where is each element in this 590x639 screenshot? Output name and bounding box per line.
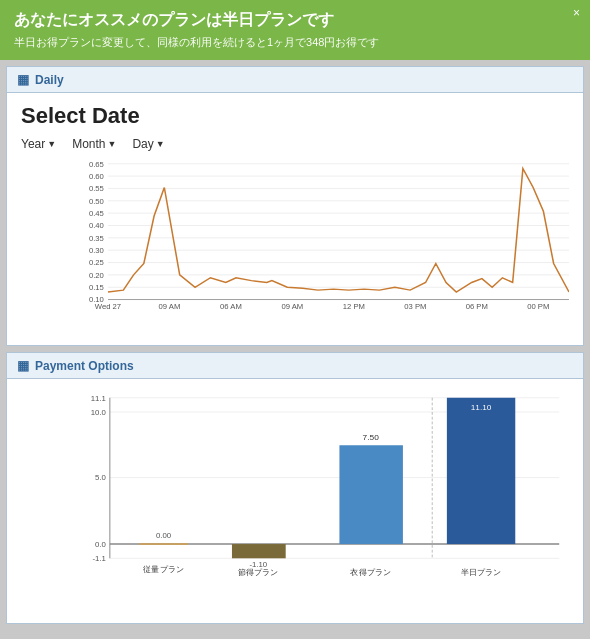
svg-text:0.20: 0.20 — [89, 271, 104, 280]
svg-text:Wed 27: Wed 27 — [95, 302, 121, 311]
svg-text:06 AM: 06 AM — [220, 302, 242, 311]
svg-text:7.50: 7.50 — [363, 433, 380, 442]
bar-setsutoku — [232, 544, 286, 558]
svg-text:-1.10: -1.10 — [249, 560, 267, 569]
svg-text:03 PM: 03 PM — [404, 302, 426, 311]
year-arrow: ▼ — [47, 139, 56, 149]
bar-chart-svg: 11.1 10.0 5.0 0.0 -1.1 0.00 従量プラン — [61, 393, 569, 583]
banner-subtitle: 半日お得プランに変更して、同様の利用を続けると1ヶ月で348円お得です — [14, 35, 576, 50]
svg-text:0.30: 0.30 — [89, 246, 104, 255]
day-label: Day — [132, 137, 153, 151]
svg-text:0.25: 0.25 — [89, 259, 104, 268]
svg-text:節得プラン: 節得プラン — [238, 568, 279, 577]
payment-panel-title: Payment Options — [35, 359, 134, 373]
svg-text:0.0: 0.0 — [95, 540, 106, 549]
bar-juryou — [139, 543, 188, 545]
banner-title: あなたにオススメのプランは半日プランです — [14, 10, 576, 31]
month-label: Month — [72, 137, 105, 151]
svg-text:半日プラン: 半日プラン — [461, 568, 502, 577]
svg-text:従量プラン: 従量プラン — [143, 565, 184, 574]
close-icon[interactable]: × — [573, 6, 580, 20]
select-date-title: Select Date — [21, 103, 569, 129]
svg-text:09 AM: 09 AM — [159, 302, 181, 311]
daily-panel-title: Daily — [35, 73, 64, 87]
day-arrow: ▼ — [156, 139, 165, 149]
date-selectors: Year ▼ Month ▼ Day ▼ — [21, 137, 569, 151]
svg-text:衣得プラン: 衣得プラン — [350, 568, 391, 577]
chart-icon: ▦ — [17, 72, 29, 87]
payment-chart-icon: ▦ — [17, 358, 29, 373]
svg-text:0.00: 0.00 — [156, 531, 171, 540]
svg-text:0.60: 0.60 — [89, 172, 104, 181]
svg-text:11.10: 11.10 — [471, 403, 492, 412]
year-label: Year — [21, 137, 45, 151]
payment-panel-header: ▦ Payment Options — [7, 353, 583, 379]
bar-ikutoku — [339, 445, 403, 544]
svg-text:0.45: 0.45 — [89, 209, 104, 218]
svg-text:0.15: 0.15 — [89, 283, 104, 292]
year-selector[interactable]: Year ▼ — [21, 137, 56, 151]
payment-panel: ▦ Payment Options 11.1 10.0 5.0 0.0 — [6, 352, 584, 624]
svg-text:0.65: 0.65 — [89, 160, 104, 169]
svg-text:0.35: 0.35 — [89, 234, 104, 243]
daily-panel: ▦ Daily Select Date Year ▼ Month ▼ Day ▼… — [6, 66, 584, 346]
svg-text:11.1: 11.1 — [91, 394, 106, 403]
svg-text:0.55: 0.55 — [89, 185, 104, 194]
bar-chart-area: 11.1 10.0 5.0 0.0 -1.1 0.00 従量プラン — [21, 393, 569, 613]
svg-text:06 PM: 06 PM — [466, 302, 488, 311]
svg-text:00 PM: 00 PM — [527, 302, 549, 311]
line-chart-area: Electric Power Consumption (kWh) 0.65 0.… — [21, 159, 569, 339]
svg-text:10.0: 10.0 — [91, 408, 106, 417]
svg-text:5.0: 5.0 — [95, 473, 106, 482]
month-arrow: ▼ — [108, 139, 117, 149]
svg-text:-1.1: -1.1 — [93, 554, 106, 563]
daily-panel-header: ▦ Daily — [7, 67, 583, 93]
line-chart-svg: Electric Power Consumption (kWh) 0.65 0.… — [67, 159, 569, 311]
day-selector[interactable]: Day ▼ — [132, 137, 164, 151]
bar-hannichi — [447, 398, 515, 544]
svg-text:09 AM: 09 AM — [282, 302, 304, 311]
month-selector[interactable]: Month ▼ — [72, 137, 116, 151]
svg-text:0.40: 0.40 — [89, 222, 104, 231]
svg-text:12 PM: 12 PM — [343, 302, 365, 311]
svg-text:0.50: 0.50 — [89, 197, 104, 206]
recommendation-banner: あなたにオススメのプランは半日プランです 半日お得プランに変更して、同様の利用を… — [0, 0, 590, 60]
daily-panel-content: Select Date Year ▼ Month ▼ Day ▼ Electri… — [7, 93, 583, 345]
payment-panel-content: 11.1 10.0 5.0 0.0 -1.1 0.00 従量プラン — [7, 379, 583, 623]
